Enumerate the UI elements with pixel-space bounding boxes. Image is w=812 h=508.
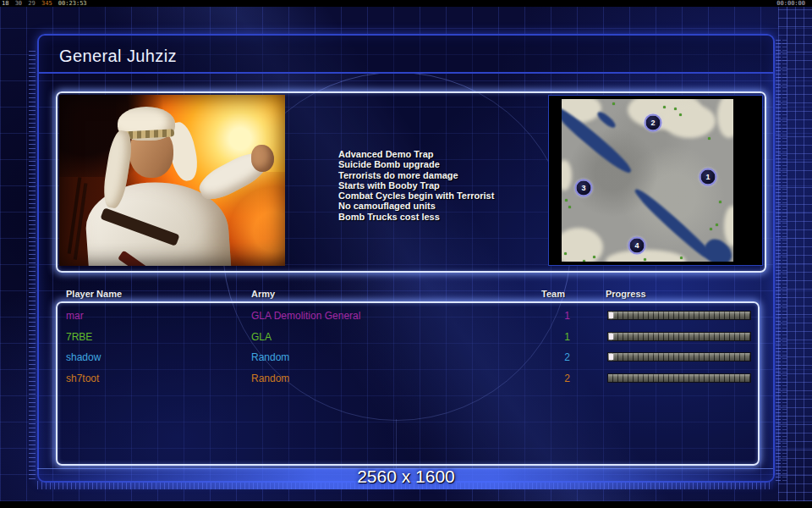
top-letterbox-bar [0, 0, 812, 7]
map-sand-patch [717, 99, 733, 138]
player-army: GLA Demolition General [251, 310, 360, 322]
map-tree-dot [680, 257, 683, 259]
ability-line: Combat Cycles begin with Terrorist [338, 190, 558, 201]
map-tree-dot [716, 224, 718, 226]
loading-screen: 18 30 29 345 00:23:53 00:00:00 General J… [0, 0, 812, 508]
debug-value: 345 [41, 0, 52, 7]
header-progress: Progress [606, 289, 646, 299]
map-image: 1234 [562, 99, 733, 262]
start-position-marker: 4 [628, 237, 646, 255]
map-river [595, 110, 617, 130]
start-position-marker: 3 [575, 179, 593, 197]
player-row: 7RBEGLA1 [58, 331, 754, 350]
map-tree-dot [583, 260, 585, 262]
player-team: 1 [531, 331, 570, 343]
progress-bar-fill [609, 334, 613, 340]
player-army: Random [251, 373, 289, 384]
player-row: shadowRandom2 [58, 351, 754, 370]
player-team: 2 [531, 351, 570, 363]
header-army: Army [251, 289, 275, 299]
map-tree-dot [674, 108, 677, 110]
map-tree-dot [568, 206, 571, 208]
player-name: sh7toot [66, 373, 99, 384]
map-tree-dot [663, 106, 666, 108]
page-title: General Juhziz [59, 47, 177, 66]
map-tree-dot [612, 102, 615, 105]
portrait-vignette [59, 95, 285, 266]
ability-line: Bomb Trucks cost less [338, 212, 558, 222]
start-position-marker: 1 [700, 168, 717, 186]
general-info-panel: Advanced Demo TrapSuicide Bomb upgradeTe… [56, 91, 766, 273]
ability-line: Terrorists do more damage [338, 170, 558, 180]
right-ruler-ticks-2 [782, 37, 787, 481]
map-tree-dot [679, 113, 682, 116]
player-name: mar [66, 310, 84, 322]
map-sand-patch [724, 206, 733, 246]
general-portrait [59, 95, 285, 266]
game-clock: 00:00:00 [776, 0, 805, 7]
start-position-number: 4 [634, 242, 639, 250]
map-tree-dot [565, 199, 568, 202]
map-tree-dot [644, 258, 646, 261]
map-sand-patch [562, 228, 603, 262]
player-name: shadow [66, 351, 101, 363]
progress-bar [607, 373, 751, 383]
start-position-number: 3 [581, 185, 585, 192]
title-bar: General Juhziz [39, 36, 773, 74]
player-army: GLA [251, 331, 272, 343]
player-name: 7RBE [66, 331, 92, 343]
resolution-text: 2560 x 1600 [0, 467, 812, 487]
player-army: Random [251, 351, 289, 363]
left-ruler-ticks [29, 47, 36, 479]
start-position-number: 1 [705, 174, 710, 181]
debug-value: 29 [28, 0, 35, 7]
player-row: marGLA Demolition General1 [58, 310, 754, 329]
ability-line: Suicide Bomb upgrade [338, 159, 558, 169]
ability-line: No camouflaged units [338, 201, 558, 211]
player-team: 2 [531, 373, 570, 384]
player-row: sh7tootRandom2 [58, 373, 754, 391]
debug-value: 18 [2, 0, 8, 7]
map-tree-dot [710, 228, 712, 230]
progress-bar [607, 332, 751, 341]
debug-timer: 00:23:53 [58, 0, 87, 7]
start-position-number: 2 [650, 119, 655, 127]
progress-bar-fill [609, 312, 613, 318]
debug-value: 30 [15, 0, 22, 7]
header-team: Team [541, 289, 565, 299]
map-sand-patch [663, 104, 716, 138]
player-rows: marGLA Demolition General17RBEGLA1shadow… [58, 303, 754, 461]
map-sand-patch [562, 160, 572, 190]
right-ruler-ticks [776, 37, 781, 481]
map-tree-dot [708, 137, 710, 140]
header-player-name: Player Name [66, 289, 122, 299]
debug-readout: 18 30 29 345 00:23:53 [2, 0, 90, 7]
abilities-list: Advanced Demo TrapSuicide Bomb upgradeTe… [338, 149, 558, 222]
ability-line: Starts with Booby Trap [338, 180, 558, 190]
map-tree-dot [593, 256, 595, 258]
bottom-letterbox-bar [0, 501, 812, 508]
progress-bar-fill [609, 354, 613, 360]
ability-line: Advanced Demo Trap [338, 149, 558, 159]
map-tree-dot [564, 252, 567, 255]
map-preview: 1234 [548, 95, 763, 266]
map-tree-dot [719, 201, 721, 203]
player-team: 1 [531, 310, 570, 322]
progress-bar [607, 352, 751, 362]
start-position-marker: 2 [645, 114, 662, 132]
progress-bar [607, 311, 751, 320]
